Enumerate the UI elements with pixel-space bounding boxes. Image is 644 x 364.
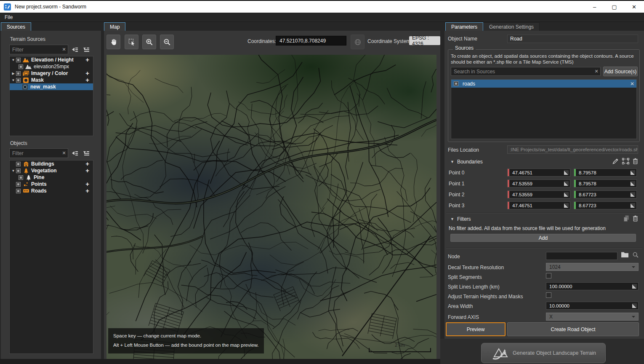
drag-spin-handle[interactable] (631, 181, 635, 186)
tree-item-elevation-height[interactable]: ▼ Elevation / Height + (10, 56, 93, 63)
add-source-plus-button[interactable]: + (85, 56, 89, 63)
point3-lon-input[interactable]: 8.67723 (574, 201, 637, 209)
tree-checkbox[interactable] (16, 162, 21, 166)
add-source-plus-button[interactable]: + (85, 77, 89, 83)
point2-lon-input[interactable]: 8.67723 (574, 190, 637, 198)
map-viewport[interactable]: Space key — change current map mode. Alt… (106, 55, 436, 359)
menu-file[interactable]: File (0, 14, 17, 20)
add-sources-button[interactable]: Add Source(s) (603, 67, 638, 76)
split-lines-length-input[interactable]: 100.00000 (546, 282, 639, 290)
expand-caret-icon[interactable]: ▼ (11, 58, 16, 62)
minimize-button[interactable]: – (585, 1, 604, 13)
tab-sources[interactable]: Sources (1, 22, 31, 31)
add-filter-button[interactable]: Add (450, 234, 636, 242)
tree-item-pine[interactable]: Pine (10, 174, 93, 181)
drag-spin-handle[interactable] (632, 303, 637, 308)
node-input[interactable] (546, 252, 617, 260)
drag-spin-handle[interactable] (564, 181, 569, 186)
search-in-sources-field[interactable] (451, 69, 593, 75)
delete-boundaries-button[interactable] (633, 158, 638, 164)
delete-filter-button[interactable] (633, 215, 638, 222)
zoom-in-button[interactable] (142, 35, 156, 49)
add-object-plus-button[interactable]: + (85, 187, 89, 194)
source-checkbox[interactable] (454, 81, 458, 86)
crs-value-badge[interactable]: EPSG : 4326 (409, 36, 440, 45)
source-item-roads[interactable]: roads ✕ (451, 80, 636, 88)
close-button[interactable]: ✕ (624, 1, 644, 13)
boundaries-section-header[interactable]: ▼ Boundaries (450, 159, 483, 165)
tree-checkbox[interactable] (19, 175, 23, 180)
tab-generation-settings[interactable]: Generation Settings (483, 22, 540, 31)
zoom-out-button[interactable] (160, 35, 174, 49)
terrain-filter-field[interactable] (10, 47, 60, 53)
decal-resolution-select[interactable]: 1024 (546, 263, 639, 271)
section-caret-icon[interactable]: ▼ (450, 217, 454, 221)
edit-boundaries-button[interactable] (612, 158, 619, 164)
tree-item-roads[interactable]: ▼ Roads + (10, 187, 93, 194)
tree-checkbox[interactable] (16, 182, 21, 187)
generate-terrain-button[interactable]: Generate Object Landscape Terrain (481, 343, 606, 363)
browse-node-button[interactable] (621, 252, 629, 258)
tree-checkbox[interactable] (16, 58, 21, 62)
drag-spin-handle[interactable] (631, 203, 635, 208)
tree-item-points[interactable]: ▼ Points + (10, 181, 93, 187)
add-object-plus-button[interactable]: + (85, 167, 89, 174)
terrain-collapse-all-button[interactable] (69, 45, 80, 54)
coordinates-input[interactable] (276, 36, 346, 46)
section-caret-icon[interactable]: ▼ (450, 160, 454, 164)
terrain-filter-input[interactable]: ✕ (9, 45, 68, 54)
drag-spin-handle[interactable] (631, 170, 635, 175)
adjust-terrain-checkbox[interactable] (546, 292, 551, 298)
drag-spin-handle[interactable] (564, 192, 569, 197)
tree-item-vegetation[interactable]: ▼ Vegetation + (10, 167, 93, 174)
select-tool-button[interactable] (125, 35, 138, 49)
drag-spin-handle[interactable] (564, 203, 569, 208)
point1-lat-input[interactable]: 47.53559 (507, 179, 570, 187)
tree-item-elevation25mpx[interactable]: elevation25mpx (10, 63, 93, 70)
create-road-object-button[interactable]: Create Road Object (507, 322, 639, 336)
objects-filter-input[interactable]: ✕ (9, 148, 68, 158)
remove-source-icon[interactable]: ✕ (630, 81, 634, 87)
filters-section-header[interactable]: ▼ Filters (450, 216, 471, 222)
tree-checkbox[interactable] (16, 169, 21, 173)
split-segments-checkbox[interactable] (546, 273, 551, 278)
add-object-plus-button[interactable]: + (85, 161, 89, 167)
point2-lat-input[interactable]: 47.53559 (507, 190, 570, 198)
forward-axis-select[interactable]: X (546, 313, 639, 321)
terrain-filter-clear-icon[interactable]: ✕ (60, 47, 68, 52)
drag-spin-handle[interactable] (631, 192, 635, 197)
tree-item-new-mask[interactable]: new_mask (10, 83, 93, 90)
search-node-button[interactable] (632, 252, 639, 258)
add-object-plus-button[interactable]: + (85, 181, 89, 187)
add-source-plus-button[interactable]: + (85, 70, 89, 77)
point0-lon-input[interactable]: 8.79578 (574, 169, 637, 177)
drag-spin-handle[interactable] (632, 284, 637, 289)
maximize-button[interactable]: ▢ (604, 1, 624, 13)
tab-map[interactable]: Map (104, 22, 125, 31)
objects-collapse-all-button[interactable] (69, 148, 80, 158)
point3-lat-input[interactable]: 47.46751 (507, 201, 570, 209)
crs-globe-button[interactable] (351, 35, 365, 49)
objects-filter-field[interactable] (10, 150, 60, 156)
tree-item-imagery-color[interactable]: ▶ Imagery / Color + (10, 70, 93, 77)
tree-item-mask[interactable]: ▼ Mask + (10, 77, 93, 83)
drag-spin-handle[interactable] (564, 170, 569, 175)
expand-caret-icon[interactable]: ▼ (11, 169, 16, 173)
tab-parameters[interactable]: Parameters (445, 22, 483, 31)
terrain-expand-all-button[interactable] (81, 45, 91, 54)
search-in-sources-input[interactable]: ✕ (451, 67, 601, 76)
tree-checkbox[interactable] (16, 78, 21, 83)
area-width-input[interactable]: 10.00000 (546, 302, 639, 310)
object-name-input[interactable] (507, 35, 638, 43)
point0-lat-input[interactable]: 47.46751 (507, 169, 570, 177)
select-boundaries-button[interactable] (622, 158, 629, 164)
tree-checkbox[interactable] (16, 189, 21, 193)
tree-checkbox[interactable] (19, 64, 23, 69)
expand-caret-icon[interactable]: ▼ (11, 78, 16, 82)
tree-item-buildings[interactable]: ▼ Buildings + (10, 161, 93, 167)
pan-tool-button[interactable] (106, 35, 120, 49)
tree-checkbox[interactable] (16, 71, 21, 76)
collapse-caret-icon[interactable]: ▶ (11, 72, 16, 75)
point1-lon-input[interactable]: 8.79578 (574, 179, 637, 187)
objects-filter-clear-icon[interactable]: ✕ (60, 150, 68, 156)
